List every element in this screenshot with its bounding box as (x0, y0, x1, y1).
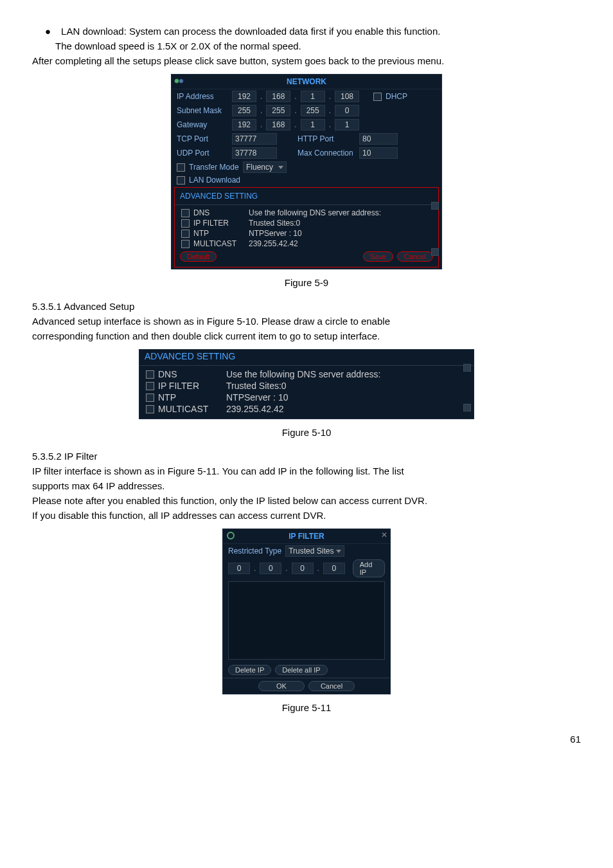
multicast-desc: 239.255.42.42 (249, 239, 298, 248)
lan-download-label: LAN Download (189, 176, 240, 185)
ipf-octet-1[interactable]: 0 (228, 563, 250, 574)
network-title: NETWORK (172, 75, 441, 89)
scroll-up-icon[interactable] (431, 202, 439, 210)
dns-label[interactable]: DNS (193, 208, 245, 217)
multicast-checkbox[interactable] (181, 240, 190, 248)
ipfilter-label-2[interactable]: IP FILTER (158, 381, 222, 391)
ntp-checkbox[interactable] (181, 230, 190, 238)
transfer-mode-select[interactable]: Fluency (243, 161, 287, 173)
svg-point-1 (179, 79, 183, 83)
tcp-label: TCP Port (177, 134, 228, 143)
figure-5-11-caption: Figure 5-11 (32, 701, 581, 714)
advanced-section: ADVANCED SETTING DNS Use the following D… (174, 187, 439, 267)
transfer-checkbox[interactable] (177, 163, 185, 172)
multicast-checkbox-2[interactable] (146, 405, 154, 413)
dhcp-label: DHCP (386, 92, 407, 101)
gw-1[interactable]: 192 (232, 119, 256, 131)
ntp-label[interactable]: NTP (193, 229, 245, 238)
dns-label-2[interactable]: DNS (158, 369, 222, 379)
dhcp-checkbox[interactable] (373, 93, 382, 101)
tcp-port-input[interactable]: 37777 (232, 133, 277, 145)
ok-button[interactable]: OK (258, 681, 305, 691)
ip-list[interactable] (228, 581, 385, 660)
multicast-desc-2: 239.255.42.42 (226, 404, 284, 414)
advanced-heading: ADVANCED SETTING (175, 190, 438, 202)
adv-setup-p2: corresponding function and then double c… (32, 329, 581, 343)
scroll-down-icon[interactable] (431, 248, 439, 256)
ntp-checkbox-2[interactable] (146, 393, 154, 402)
cancel-button[interactable]: Cancel (397, 251, 433, 262)
delete-all-ip-button[interactable]: Delete all IP (275, 665, 327, 675)
maxconn-input[interactable]: 10 (359, 147, 398, 159)
svg-point-0 (175, 79, 179, 83)
delete-ip-button[interactable]: Delete IP (228, 665, 271, 675)
add-ip-button[interactable]: Add IP (353, 559, 385, 577)
chevron-down-icon-2 (336, 550, 341, 553)
dns-checkbox[interactable] (181, 209, 190, 217)
ipfilter-desc-2: Trusted Sites:0 (226, 381, 287, 391)
gw-4[interactable]: 1 (335, 119, 359, 131)
restricted-type-select[interactable]: Trusted Sites (285, 545, 344, 557)
dns-desc: Use the following DNS server address: (249, 208, 381, 217)
lan-download-line2: The download speed is 1.5X or 2.0X of th… (32, 39, 581, 53)
mask-4[interactable]: 0 (335, 105, 359, 116)
subnet-label: Subnet Mask (177, 106, 228, 115)
ntp-desc-2: NTPServer : 10 (226, 392, 288, 402)
gw-3[interactable]: 1 (301, 119, 325, 131)
ip-octet-4[interactable]: 108 (335, 91, 359, 102)
heading-5351: 5.3.5.1 Advanced Setup (32, 300, 581, 313)
ip-address-label: IP Address (177, 92, 228, 101)
ip-filter-title: IP FILTER (223, 529, 390, 544)
network-panel: NETWORK IP Address 192. 168. 1. 108 DHCP… (171, 74, 442, 269)
adv-setup-p1: Advanced setup interface is shown as in … (32, 314, 581, 328)
udp-port-input[interactable]: 37778 (232, 147, 277, 159)
ip-octet-1[interactable]: 192 (232, 91, 256, 102)
figure-5-10-caption: Figure 5-10 (32, 426, 581, 439)
ipfilter-p3: Please note after you enabled this funct… (32, 494, 581, 507)
heading-5352: 5.3.5.2 IP Filter (32, 449, 581, 463)
network-icon (174, 77, 186, 86)
ip-filter-icon (226, 531, 237, 540)
http-label: HTTP Port (298, 134, 355, 143)
ipf-octet-3[interactable]: 0 (292, 563, 314, 574)
ipfilter-checkbox-2[interactable] (146, 382, 154, 390)
transfer-label: Transfer Mode (189, 163, 239, 172)
lan-download-checkbox[interactable] (177, 176, 185, 185)
ip-octet-3[interactable]: 1 (301, 91, 325, 102)
default-button[interactable]: Default (180, 251, 217, 262)
cancel-button-2[interactable]: Cancel (308, 681, 355, 691)
mask-1[interactable]: 255 (232, 105, 256, 116)
figure-5-9-caption: Figure 5-9 (32, 276, 581, 289)
ipfilter-checkbox[interactable] (181, 219, 190, 228)
http-port-input[interactable]: 80 (359, 133, 398, 145)
ipfilter-label[interactable]: IP FILTER (193, 219, 245, 228)
advanced-setting-panel: ADVANCED SETTING DNS Use the following D… (139, 349, 474, 419)
dns-checkbox-2[interactable] (146, 370, 154, 379)
close-icon[interactable]: ✕ (381, 530, 387, 539)
mask-2[interactable]: 255 (266, 105, 290, 116)
gateway-label: Gateway (177, 120, 228, 129)
multicast-label-2[interactable]: MULTICAST (158, 404, 222, 414)
restricted-type-label: Restricted Type (228, 547, 281, 556)
ip-filter-panel: ✕ IP FILTER Restricted Type Trusted Site… (222, 529, 391, 694)
udp-label: UDP Port (177, 149, 228, 158)
ipfilter-p1: IP filter interface is shown as in Figur… (32, 464, 581, 478)
save-button[interactable]: Save (363, 251, 393, 262)
lan-download-text: LAN download: System can process the dow… (61, 26, 440, 37)
scroll-up-icon-2[interactable] (463, 364, 471, 372)
scroll-down-icon-2[interactable] (463, 404, 471, 411)
ntp-label-2[interactable]: NTP (158, 392, 222, 402)
ipf-octet-2[interactable]: 0 (260, 563, 281, 574)
page-number: 61 (32, 734, 581, 745)
ip-octet-2[interactable]: 168 (266, 91, 290, 102)
mask-3[interactable]: 255 (301, 105, 325, 116)
multicast-label[interactable]: MULTICAST (193, 239, 245, 248)
ntp-desc: NTPServer : 10 (249, 229, 302, 238)
gw-2[interactable]: 168 (266, 119, 290, 131)
ipf-octet-4[interactable]: 0 (323, 563, 345, 574)
ipfilter-p4: If you disable this function, all IP add… (32, 509, 581, 522)
maxconn-label: Max Connection (298, 149, 355, 158)
chevron-down-icon (278, 166, 283, 169)
advanced-setting-heading: ADVANCED SETTING (139, 350, 474, 363)
svg-point-2 (227, 532, 234, 539)
